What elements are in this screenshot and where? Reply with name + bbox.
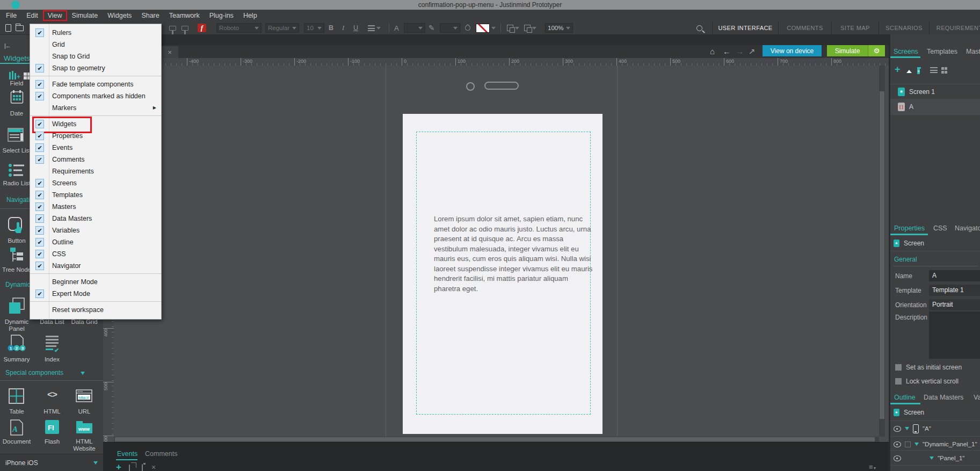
line-color-button[interactable]: [476, 21, 496, 34]
menu-bar-item[interactable]: Help: [238, 10, 262, 21]
view-menu-item[interactable]: ✔ Comments ▶: [30, 154, 161, 165]
expand-caret-icon[interactable]: [914, 443, 919, 446]
view-menu-item[interactable]: ✔ Masters ▶: [30, 201, 161, 213]
name-field[interactable]: A: [929, 270, 980, 281]
index-widget-icon[interactable]: ✔: [35, 335, 69, 353]
border-style-select[interactable]: [440, 23, 460, 33]
checkbox-icon[interactable]: [905, 441, 911, 447]
view-menu-item[interactable]: ✔ Screens ▶: [30, 177, 161, 189]
tab-data-masters[interactable]: Data Masters: [924, 394, 963, 401]
vertical-scrollbar[interactable]: [879, 66, 885, 437]
horizontal-scrollbar-thumb[interactable]: [115, 437, 875, 441]
grid-view-icon[interactable]: [941, 67, 948, 74]
screen-list-item[interactable]: ★ Screen 1: [890, 84, 980, 99]
tree-node-widget-icon[interactable]: [0, 247, 33, 264]
workspace-tab[interactable]: COMMENTS: [778, 21, 831, 34]
simulate-button[interactable]: Simulate ⚙: [827, 45, 885, 56]
border-pencil-icon[interactable]: ✎: [429, 21, 435, 34]
tab-masters[interactable]: Masters: [966, 48, 980, 55]
view-menu-item[interactable]: ✔ Components marked as hidden ▶: [30, 90, 161, 102]
collapse-panel-icon[interactable]: |←: [4, 42, 11, 49]
view-menu-item[interactable]: ✔ Outline ▶: [30, 236, 161, 248]
screen-list-item[interactable]: [ ] A: [890, 99, 980, 114]
template-select[interactable]: Template 1: [929, 285, 980, 296]
view-menu-item[interactable]: ✔ Navigator ▶: [30, 260, 161, 274]
workspace-tab[interactable]: REQUIREMENTS: [929, 21, 980, 34]
font-weight-select[interactable]: Regular: [265, 23, 299, 33]
font-family-select[interactable]: Roboto: [216, 23, 262, 33]
table-widget-icon[interactable]: [0, 388, 33, 404]
font-size-select[interactable]: 10: [304, 23, 324, 33]
gear-icon[interactable]: ⚙: [868, 45, 885, 56]
menu-bar-item[interactable]: View: [43, 10, 67, 21]
visibility-eye-icon[interactable]: [894, 455, 901, 461]
device-selector[interactable]: iPhone iOS: [0, 454, 103, 471]
date-widget-icon[interactable]: [0, 90, 33, 104]
tab-comments[interactable]: Comments: [145, 450, 177, 458]
menu-bar-item[interactable]: Widgets: [103, 10, 136, 21]
forward-arrow-icon[interactable]: →: [736, 47, 744, 56]
section-special-components[interactable]: Special components: [5, 369, 63, 376]
add-event-icon[interactable]: +: [116, 462, 121, 471]
view-menu-item[interactable]: ✔ Fade template components ▶: [30, 78, 161, 90]
view-menu-item[interactable]: ✔ Snap to Grid ▶: [30, 50, 161, 62]
tab-outline[interactable]: Outline: [894, 394, 916, 401]
new-document-icon[interactable]: [5, 24, 11, 32]
view-menu-item[interactable]: ✔ Expert Mode ▶: [30, 288, 161, 302]
vertical-scrollbar-thumb[interactable]: [880, 91, 884, 419]
format-painter-settings-icon[interactable]: [182, 26, 188, 31]
button-widget-icon[interactable]: [0, 216, 33, 236]
visibility-eye-icon[interactable]: [894, 441, 901, 447]
align-objects-button[interactable]: [507, 21, 519, 34]
dynamic-panel-widget-icon[interactable]: [0, 297, 33, 315]
flash-widget-icon[interactable]: Fl: [35, 419, 69, 434]
tab-css[interactable]: CSS: [933, 224, 947, 232]
view-menu-item[interactable]: ✔ Beginner Mode ▶: [30, 276, 161, 288]
add-screen-icon[interactable]: +: [895, 66, 901, 73]
menu-bar-item[interactable]: File: [1, 10, 21, 21]
close-icon[interactable]: ×: [168, 48, 172, 56]
view-menu-item[interactable]: ✔ Rulers ▶: [30, 27, 161, 39]
outline-row-dynamic-panel[interactable]: "Dynamic_Panel_1": [890, 437, 980, 452]
workspace-tab[interactable]: SITE MAP: [831, 21, 879, 34]
open-folder-icon[interactable]: [16, 25, 24, 31]
open-in-new-icon[interactable]: ↗: [749, 47, 756, 56]
bold-button[interactable]: B: [329, 21, 333, 34]
add-widget-library-icon[interactable]: +: [9, 70, 20, 80]
section-collapse-icon[interactable]: [81, 372, 85, 375]
summary-widget-icon[interactable]: 123: [0, 335, 33, 353]
format-painter-icon[interactable]: [169, 26, 176, 31]
view-menu-item[interactable]: ✔ Data Masters ▶: [30, 213, 161, 224]
tab-screens[interactable]: Screens: [894, 48, 918, 55]
tab-properties[interactable]: Properties: [894, 224, 925, 232]
list-view-icon[interactable]: [930, 67, 938, 74]
tab-variables[interactable]: Variables: [974, 394, 980, 401]
tab-templates[interactable]: Templates: [927, 48, 957, 55]
view-menu-item[interactable]: ✔ CSS ▶: [30, 248, 161, 260]
checkbox-icon[interactable]: [895, 378, 902, 385]
zoom-select[interactable]: 100%: [545, 23, 573, 33]
radio-list-widget-icon[interactable]: [0, 163, 33, 178]
document-widget-icon[interactable]: A: [0, 419, 33, 436]
underline-button[interactable]: U: [353, 21, 358, 34]
text-align-button[interactable]: [368, 21, 381, 34]
view-menu-item[interactable]: ✔ Grid ▶: [30, 39, 161, 50]
html-website-widget-icon[interactable]: www: [68, 419, 101, 434]
outline-row-screen-a[interactable]: "A": [890, 421, 980, 436]
horizontal-scrollbar[interactable]: [114, 437, 879, 442]
arrange-layers-button[interactable]: [524, 21, 536, 34]
view-menu-item[interactable]: ✔ Requirements ▶: [30, 165, 161, 177]
url-widget-icon[interactable]: http://: [68, 388, 101, 403]
widget-item-field[interactable]: Field: [0, 80, 33, 87]
view-menu-item[interactable]: ✔ Properties ▶: [30, 130, 161, 142]
workspace-tab[interactable]: SCENARIOS: [879, 21, 929, 34]
view-menu-item[interactable]: ✔ Templates ▶: [30, 189, 161, 201]
search-icon[interactable]: [696, 25, 702, 31]
menu-bar-item[interactable]: Share: [136, 10, 164, 21]
view-on-device-button[interactable]: View on device: [763, 45, 822, 56]
view-menu-item[interactable]: ✔ Reset workspace ▶: [30, 304, 161, 316]
copy-event-icon[interactable]: [129, 465, 130, 471]
checkbox-icon[interactable]: [895, 364, 902, 371]
panel-options-icon[interactable]: ≡▼: [869, 463, 877, 471]
font-color-button[interactable]: A: [394, 21, 399, 34]
